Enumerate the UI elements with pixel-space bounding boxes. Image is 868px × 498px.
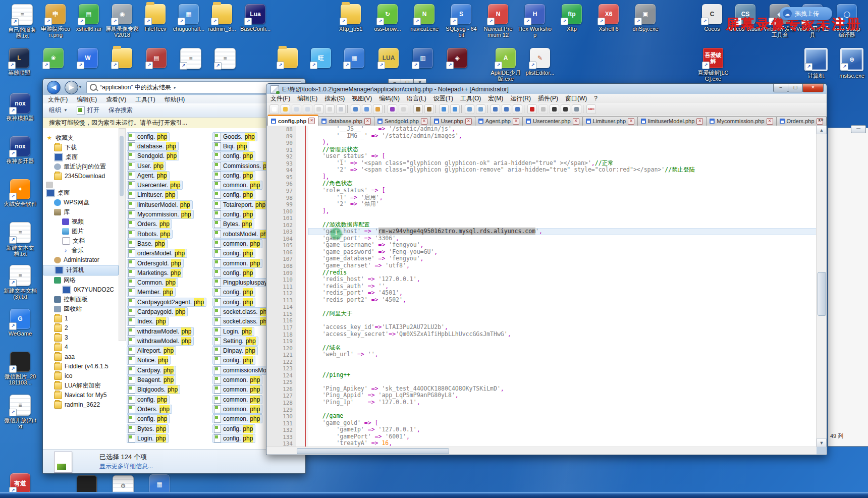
desktop-icon[interactable]: G ↗ WeGame bbox=[4, 309, 37, 337]
file-item[interactable]: Usercenter.php bbox=[127, 180, 206, 190]
code-line[interactable]: 'game_gold' => [ bbox=[308, 420, 817, 427]
tree-item[interactable]: Navicat for My5 bbox=[43, 391, 119, 400]
tree-item[interactable]: 0K7YUNDO2C bbox=[43, 285, 119, 295]
tree-item[interactable]: 视频 bbox=[43, 217, 119, 227]
macro-record-icon[interactable] bbox=[527, 104, 537, 114]
desktop-icon[interactable]: LUA ↗ bbox=[372, 48, 405, 70]
print-icon[interactable] bbox=[336, 104, 346, 114]
menu-item[interactable]: 宏(M) bbox=[488, 94, 503, 103]
desktop-icon[interactable]: ↗ FileRecv bbox=[139, 4, 172, 32]
file-item[interactable]: limituserModel.php bbox=[127, 200, 206, 209]
horizontal-scrollbar[interactable] bbox=[266, 447, 817, 455]
desktop-icon[interactable]: L ↗ 英雄联盟 bbox=[3, 48, 36, 76]
editor-tab[interactable]: Mycommission.php ✕ bbox=[706, 116, 776, 126]
code-line[interactable]: 'access_key_id'=>'LTAI3Pu2AU72LU2b', bbox=[308, 324, 817, 331]
code-line[interactable] bbox=[308, 214, 817, 222]
replace-icon[interactable] bbox=[424, 104, 434, 114]
code-line[interactable]: 'redis_port' => '4501', bbox=[308, 290, 817, 297]
back-button[interactable]: ◀ bbox=[47, 81, 61, 94]
file-item[interactable]: withdrawModel.php bbox=[127, 326, 206, 336]
menu-item[interactable]: 文件(F) bbox=[270, 94, 290, 103]
file-item[interactable]: Login.php bbox=[127, 433, 206, 443]
desktop-icon[interactable]: ftp ↗ Xftp bbox=[555, 4, 588, 32]
macro-save-icon[interactable] bbox=[572, 104, 581, 114]
code-line[interactable]: '__JS__' => '/static/admin/js', bbox=[308, 126, 817, 133]
code-line[interactable]: '__IMG__' => '/static/admin/images', bbox=[308, 133, 817, 140]
desktop-icon[interactable]: ↻ ↗ oss-brow... bbox=[371, 4, 404, 32]
code-line[interactable]: //角色状态 bbox=[308, 180, 817, 187]
file-item[interactable]: Cardpaygold.php bbox=[127, 307, 206, 316]
desktop-icon[interactable]: ◈ ↗ bbox=[441, 48, 474, 70]
zoom-in-icon[interactable] bbox=[439, 104, 449, 114]
tree-item[interactable]: aaa bbox=[43, 352, 119, 362]
background-window[interactable]: 49 列 bbox=[828, 128, 868, 447]
file-item[interactable]: Base.php bbox=[127, 239, 206, 248]
tab-close-icon[interactable]: ✕ bbox=[767, 118, 773, 125]
file-item[interactable]: Limituser.php bbox=[127, 190, 206, 200]
tree-item[interactable]: 网络 bbox=[43, 275, 119, 285]
menu-item[interactable]: 设置(T) bbox=[433, 94, 453, 103]
file-item[interactable]: Marketings.php bbox=[127, 268, 206, 278]
code-line[interactable]: //ping++ bbox=[308, 372, 817, 379]
minimized-window-button[interactable]: — bbox=[851, 125, 866, 133]
tree-item[interactable]: 1 bbox=[43, 314, 119, 323]
tab-close-icon[interactable]: ✕ bbox=[696, 118, 703, 125]
desktop-icon[interactable]: nox ↗ 夜神模拟器 bbox=[4, 93, 37, 121]
tree-item[interactable]: 收藏夹 bbox=[43, 133, 119, 143]
scroll-down-arrow[interactable]: ▼ bbox=[817, 438, 827, 447]
file-item[interactable]: Index.php bbox=[127, 317, 206, 326]
tree-item[interactable]: 音乐 bbox=[43, 246, 119, 255]
code-line[interactable]: '1' => '启用', bbox=[308, 194, 817, 201]
menu-item[interactable]: 编辑(E) bbox=[297, 94, 317, 103]
sync-h-icon[interactable] bbox=[476, 104, 485, 114]
desktop-icon[interactable]: ≡ ↗ 新建文本文档.txt bbox=[4, 222, 37, 257]
desktop-icon[interactable]: ▥ ↗ bbox=[406, 48, 440, 70]
desktop-icon[interactable]: ≡ ↗ 新建文本文档(3).txt bbox=[4, 265, 37, 300]
tree-item[interactable]: 4 bbox=[43, 343, 119, 352]
zoom-out-icon[interactable] bbox=[450, 104, 460, 114]
code-line[interactable]: ], bbox=[308, 174, 817, 181]
save-all-icon[interactable] bbox=[303, 104, 312, 114]
code-line[interactable]: 'role_status' => [ bbox=[308, 187, 817, 194]
code-line[interactable]: 'treatyA' => 16, bbox=[308, 440, 817, 447]
tab-close-icon[interactable]: ✕ bbox=[513, 118, 519, 125]
code-line[interactable] bbox=[308, 378, 817, 385]
menu-item[interactable]: 文件(F) bbox=[48, 95, 68, 104]
desktop-icon[interactable]: ≡ ↗ bbox=[208, 48, 242, 71]
maximize-button[interactable]: ▢ bbox=[788, 84, 803, 92]
code-line[interactable]: 'access_key_secret'=>'Qm0XSZxA1fiHpbLLhU… bbox=[308, 331, 817, 338]
code-line[interactable]: 'gamePort' => '6001', bbox=[308, 433, 817, 440]
file-item[interactable]: ordersModel.php bbox=[127, 249, 206, 258]
code-line[interactable]: 'game_port' => '3306', bbox=[308, 235, 817, 242]
editor-tab[interactable]: Usercenter.php ✕ bbox=[522, 116, 583, 126]
file-item[interactable]: Agent.php bbox=[127, 171, 206, 180]
tree-item[interactable]: 库 bbox=[43, 207, 119, 217]
sync-v-icon[interactable] bbox=[465, 104, 474, 114]
save-search-button[interactable]: 保存搜索 bbox=[108, 106, 133, 115]
tree-item[interactable] bbox=[43, 181, 119, 188]
desktop-icon[interactable]: C ↗ Cocos bbox=[695, 4, 729, 32]
desktop-icon[interactable]: ▣ ↗ dnSpy.exe bbox=[629, 4, 662, 32]
desktop-icon[interactable]: ⊕ ↗ mstsc.exe bbox=[835, 48, 868, 79]
forward-button[interactable]: ▶ bbox=[65, 81, 78, 94]
show-symbol-icon[interactable] bbox=[502, 104, 511, 114]
code-line[interactable]: 'game_database' => 'fengyou', bbox=[308, 255, 817, 262]
file-item[interactable]: Orders.php bbox=[127, 404, 206, 414]
scroll-up-arrow[interactable]: ▲ bbox=[817, 126, 827, 134]
open-file-icon[interactable] bbox=[281, 104, 290, 114]
tab-close-icon[interactable]: ✕ bbox=[308, 118, 315, 124]
tab-close-icon[interactable]: ✕ bbox=[364, 118, 371, 125]
desktop-icon[interactable]: ▦ ↗ bbox=[338, 48, 371, 70]
desktop-icon[interactable]: ↗ bbox=[105, 48, 139, 70]
code-line[interactable]: //redis bbox=[308, 269, 817, 276]
tree-item[interactable]: 控制面板 bbox=[43, 295, 119, 304]
vertical-scrollbar[interactable]: ▲ ▼ bbox=[816, 126, 827, 447]
menu-item[interactable]: 运行(R) bbox=[510, 94, 531, 103]
desktop-icon[interactable]: ▤ ↗ bbox=[140, 48, 173, 70]
desktop-icon[interactable]: ≡ ↗ 自己的服务器.txt bbox=[6, 4, 39, 39]
menu-item[interactable]: 编码(N) bbox=[379, 94, 400, 103]
tree-scrollbar-thumb[interactable] bbox=[120, 136, 124, 196]
close-button[interactable]: ✕ bbox=[802, 84, 824, 92]
code-line[interactable]: 'redis_port2' => '4502', bbox=[308, 297, 817, 304]
tree-item[interactable]: 2 bbox=[43, 323, 119, 333]
